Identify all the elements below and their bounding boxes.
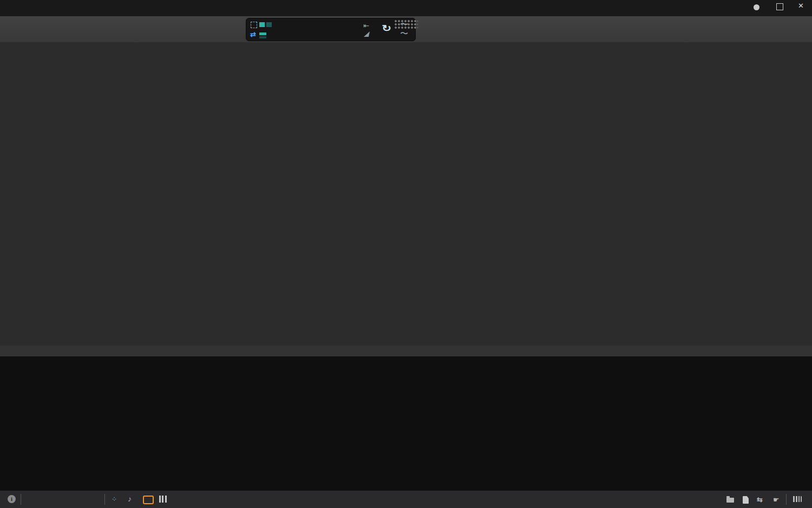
transport-bar: ⇄ ⇤ ↻ 〜 〜 ✕	[0, 16, 812, 43]
loop-icon[interactable]: ↻	[382, 23, 391, 34]
minimize-button[interactable]	[754, 4, 759, 10]
status-bar: i ⁘ ♪ ⇆ ☛	[0, 490, 812, 508]
punch-out-icon[interactable]	[364, 31, 370, 37]
note-editor-icon[interactable]: ♪	[128, 494, 132, 503]
crossfade-icon[interactable]: ⇄	[250, 30, 256, 38]
punch-in-icon[interactable]: ⇤	[363, 22, 369, 30]
launcher-bar-icon	[259, 32, 266, 35]
touch-icon[interactable]: ☛	[773, 496, 780, 504]
mixer-panel-icon[interactable]	[159, 496, 167, 503]
bitwig-window: ⇄ ⇤ ↻ 〜 〜 ✕ i ⁘ ♪ ⇆ ☛	[0, 0, 812, 508]
virtual-keyboard-icon[interactable]	[793, 496, 802, 502]
mappings-icon[interactable]: ⇆	[757, 496, 763, 504]
info-icon[interactable]: i	[8, 495, 16, 503]
post-roll-icon[interactable]: 〜	[400, 29, 408, 39]
dual-display-icon[interactable]: ⁘	[112, 496, 117, 503]
transport-display: ⇄ ⇤ ↻ 〜 〜	[246, 18, 416, 41]
close-window-button[interactable]: ✕	[798, 2, 804, 10]
device-panel	[0, 356, 812, 490]
device-panel-icon[interactable]	[143, 496, 154, 504]
selection-mode-icon[interactable]	[251, 22, 257, 28]
browser-icon[interactable]	[726, 498, 734, 503]
arranger-bar-icon	[259, 36, 266, 38]
arranger-indicator-icon	[266, 22, 272, 27]
project-file-icon[interactable]	[743, 496, 749, 504]
scroll-row	[0, 346, 812, 356]
launcher-indicator-icon	[259, 22, 265, 27]
maximize-button[interactable]	[776, 3, 783, 10]
project-tab-bar	[0, 0, 812, 16]
main-area	[0, 42, 812, 346]
bitwig-logo	[394, 19, 418, 29]
